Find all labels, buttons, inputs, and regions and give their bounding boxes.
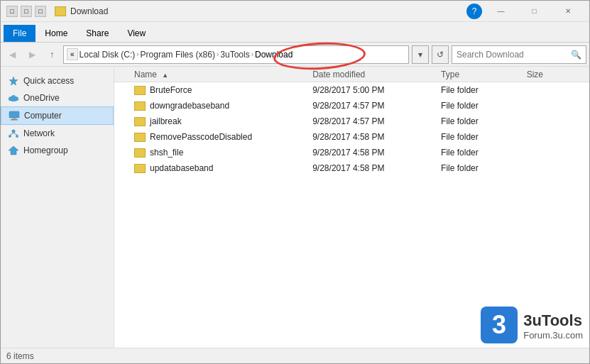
refresh-button[interactable]: ↺ <box>432 45 449 64</box>
sidebar-item-onedrive[interactable]: OneDrive <box>1 89 114 106</box>
sidebar-item-quick-access[interactable]: Quick access <box>1 72 114 89</box>
file-type: File folder <box>441 148 527 158</box>
table-row[interactable]: downgradebaseband 9/28/2017 4:57 PM File… <box>114 98 589 114</box>
cloud-icon <box>8 92 19 104</box>
folder-icon-small <box>134 133 146 142</box>
table-row[interactable]: BruteForce 9/28/2017 5:00 PM File folder <box>114 82 589 98</box>
watermark-text-block: 3uTools Forum.3u.com <box>523 311 583 341</box>
address-path[interactable]: « Local Disk (C:) › Program Files (x86) … <box>63 45 409 64</box>
window-controls: — □ ✕ <box>485 4 584 19</box>
path-chevron-3: › <box>251 50 253 58</box>
quick-access-icon: □ <box>6 6 18 17</box>
col-header-size[interactable]: Size <box>527 70 584 79</box>
forward-button[interactable]: ▶ <box>23 46 40 63</box>
file-date: 9/28/2017 4:58 PM <box>312 132 441 142</box>
minimize-button[interactable]: — <box>485 4 517 19</box>
file-rows-container: BruteForce 9/28/2017 5:00 PM File folder… <box>114 82 589 176</box>
homegroup-icon <box>8 145 19 156</box>
sort-arrow: ▲ <box>162 72 168 79</box>
path-download[interactable]: Download <box>255 50 293 60</box>
path-program-files[interactable]: Program Files (x86) <box>141 50 215 60</box>
sidebar: Quick access OneDrive Computer <box>1 67 114 348</box>
back-button[interactable]: ◀ <box>4 46 21 63</box>
status-bar: 6 items <box>1 348 589 363</box>
file-type: File folder <box>441 163 527 173</box>
folder-icon-small <box>134 148 146 158</box>
svg-rect-6 <box>12 118 16 119</box>
file-list-header: Name ▲ Date modified Type Size <box>114 67 589 82</box>
file-name: jailbreak <box>150 116 182 126</box>
help-button[interactable]: ? <box>466 4 482 19</box>
folder-icon-small <box>134 164 146 173</box>
undo-icon: □ <box>35 6 46 17</box>
file-name: RemovePasscodeDisabled <box>150 132 252 142</box>
svg-marker-13 <box>9 146 18 155</box>
sidebar-label-onedrive: OneDrive <box>23 93 60 103</box>
file-name: updatabaseband <box>150 163 213 173</box>
star-icon <box>8 75 19 87</box>
path-local-disk[interactable]: Local Disk (C:) <box>80 50 136 60</box>
svg-line-11 <box>10 133 13 136</box>
path-chevron-1: › <box>136 50 138 58</box>
ribbon: File Home Share View <box>1 22 589 43</box>
svg-point-8 <box>12 130 16 133</box>
search-input[interactable] <box>457 50 571 60</box>
tab-share[interactable]: Share <box>77 25 118 42</box>
svg-marker-0 <box>9 77 18 85</box>
svg-point-4 <box>11 95 16 99</box>
file-date: 9/28/2017 5:00 PM <box>312 85 441 95</box>
window-title: Download <box>70 6 466 16</box>
svg-rect-5 <box>9 111 19 118</box>
sidebar-item-homegroup[interactable]: Homegroup <box>1 142 114 159</box>
col-header-name[interactable]: Name ▲ <box>120 70 312 79</box>
status-count: 6 items <box>6 351 34 361</box>
maximize-button[interactable]: □ <box>518 4 550 19</box>
sidebar-label-quick-access: Quick access <box>23 76 74 86</box>
tab-home[interactable]: Home <box>35 25 77 42</box>
file-date: 9/28/2017 4:57 PM <box>312 116 441 126</box>
title-bar: □ □ □ Download ? — □ ✕ <box>1 1 589 22</box>
col-header-date[interactable]: Date modified <box>312 70 441 79</box>
col-header-type[interactable]: Type <box>441 70 527 79</box>
up-button[interactable]: ↑ <box>43 46 60 63</box>
watermark-logo: 3 <box>481 307 518 346</box>
folder-icon <box>55 6 66 16</box>
sidebar-label-network: Network <box>23 128 55 138</box>
search-box[interactable]: 🔍 <box>452 45 586 64</box>
svg-point-9 <box>9 135 11 138</box>
file-date: 9/28/2017 4:58 PM <box>312 163 441 173</box>
computer-icon <box>9 110 20 121</box>
folder-icon-small <box>134 117 146 126</box>
svg-rect-7 <box>11 119 18 121</box>
file-type: File folder <box>441 85 527 95</box>
sidebar-item-network[interactable]: Network <box>1 125 114 142</box>
table-row[interactable]: shsh_file 9/28/2017 4:58 PM File folder <box>114 145 589 160</box>
address-dropdown[interactable]: ▾ <box>412 45 429 64</box>
file-type: File folder <box>441 116 527 126</box>
table-row[interactable]: updatabaseband 9/28/2017 4:58 PM File fo… <box>114 160 589 176</box>
file-date: 9/28/2017 4:58 PM <box>312 148 441 158</box>
table-row[interactable]: RemovePasscodeDisabled 9/28/2017 4:58 PM… <box>114 129 589 145</box>
path-chevron-2: › <box>217 50 219 58</box>
svg-line-12 <box>13 133 17 136</box>
file-list: Name ▲ Date modified Type Size BruteForc… <box>114 67 589 348</box>
folder-icon-small <box>134 86 146 95</box>
table-row[interactable]: jailbreak 9/28/2017 4:57 PM File folder <box>114 114 589 129</box>
title-bar-icons: □ □ □ <box>6 6 46 17</box>
breadcrumb-back[interactable]: « <box>67 48 78 60</box>
file-name: downgradebaseband <box>150 101 229 111</box>
main-content: Quick access OneDrive Computer <box>1 67 589 348</box>
svg-text:3: 3 <box>492 310 506 339</box>
network-icon <box>8 128 19 139</box>
sidebar-label-homegroup: Homegroup <box>23 145 68 155</box>
tab-file[interactable]: File <box>4 25 35 42</box>
sidebar-item-computer[interactable]: Computer <box>1 106 114 125</box>
file-name: BruteForce <box>150 85 192 95</box>
address-bar: ◀ ▶ ↑ « Local Disk (C:) › Program Files … <box>1 43 589 67</box>
watermark-url: Forum.3u.com <box>523 330 583 341</box>
tab-view[interactable]: View <box>118 25 155 42</box>
close-button[interactable]: ✕ <box>552 4 584 19</box>
search-icon: 🔍 <box>571 50 581 60</box>
path-3utools[interactable]: 3uTools <box>220 50 249 60</box>
file-date: 9/28/2017 4:57 PM <box>312 101 441 111</box>
